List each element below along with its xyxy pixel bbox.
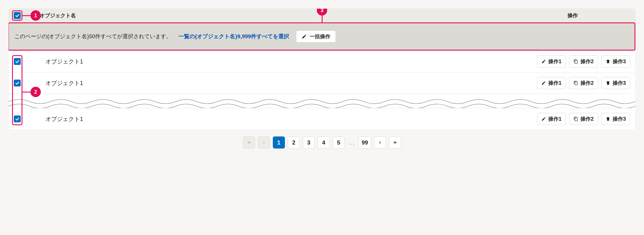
page-number-button[interactable]: 4: [318, 136, 330, 149]
bulk-selection-text: このページの{オブジェクト名}50件すべてが選択されています。: [14, 33, 172, 40]
page-prev-button[interactable]: [258, 136, 270, 149]
pencil-icon: [541, 117, 546, 121]
row-op2-button[interactable]: 操作2: [569, 77, 598, 89]
page-last-button[interactable]: [389, 136, 401, 149]
row-name: オブジェクト1: [31, 58, 515, 66]
pencil-icon: [302, 34, 307, 39]
row-checkbox[interactable]: [14, 80, 21, 86]
annotation-connector: [22, 92, 30, 93]
column-header-ops: 操作: [515, 12, 630, 19]
data-table: オブジェクト名 操作 このページの{オブジェクト名}50件すべてが選択されていま…: [9, 9, 635, 130]
page-number-button[interactable]: 5: [333, 136, 345, 149]
rows-omitted-separator: [9, 94, 635, 108]
row-op3-button[interactable]: 操作3: [601, 55, 630, 68]
chevron-double-left-icon: [247, 140, 251, 145]
trash-icon: [606, 81, 610, 85]
row-op3-button[interactable]: 操作3: [601, 113, 630, 125]
row-checkbox[interactable]: [14, 58, 21, 65]
copy-icon: [574, 117, 578, 121]
table-row: オブジェクト1 操作1 操作2 操作3: [9, 108, 635, 130]
row-op1-button[interactable]: 操作1: [537, 77, 566, 89]
select-all-pages-link[interactable]: 一覧の{オブジェクト名}9,999件すべてを選択: [179, 33, 289, 40]
chevron-double-right-icon: [393, 140, 397, 145]
chevron-right-icon: [378, 140, 382, 145]
page-number-button[interactable]: 3: [303, 136, 315, 149]
page-first-button[interactable]: [243, 136, 255, 149]
table-row: オブジェクト1 操作1 操作2 操作3: [9, 51, 635, 72]
page-number-button[interactable]: 1: [273, 136, 285, 149]
trash-icon: [606, 59, 610, 64]
row-name: オブジェクト1: [31, 79, 515, 87]
page-number-button[interactable]: 99: [359, 136, 371, 149]
copy-icon: [574, 81, 578, 85]
annotation-connector: [322, 15, 323, 22]
page-next-button[interactable]: [374, 136, 386, 149]
row-op2-button[interactable]: 操作2: [569, 55, 598, 68]
chevron-left-icon: [262, 140, 266, 145]
row-name: オブジェクト1: [31, 115, 515, 123]
select-all-checkbox[interactable]: [14, 12, 21, 19]
trash-icon: [606, 117, 610, 121]
pagination: 1 2 3 4 5 … 99: [9, 136, 635, 149]
copy-icon: [574, 59, 578, 64]
annotation-badge-2: 2: [30, 87, 41, 97]
table-row: オブジェクト1 操作1 操作2 操作3: [9, 72, 635, 94]
row-op1-button[interactable]: 操作1: [537, 55, 566, 68]
page-ellipsis: …: [348, 139, 356, 146]
row-op3-button[interactable]: 操作3: [601, 77, 630, 89]
page-number-button[interactable]: 2: [288, 136, 300, 149]
annotation-connector: [22, 15, 30, 16]
bulk-selection-bar: このページの{オブジェクト名}50件すべてが選択されています。 一覧の{オブジェ…: [9, 22, 635, 51]
pencil-icon: [541, 81, 546, 85]
row-checkbox[interactable]: [14, 115, 21, 122]
annotation-badge-1: 1: [30, 10, 41, 21]
row-op2-button[interactable]: 操作2: [569, 113, 598, 125]
column-header-name: オブジェクト名: [31, 12, 515, 19]
pencil-icon: [541, 59, 546, 64]
row-op1-button[interactable]: 操作1: [537, 113, 566, 125]
bulk-action-button[interactable]: 一括操作: [296, 30, 336, 43]
